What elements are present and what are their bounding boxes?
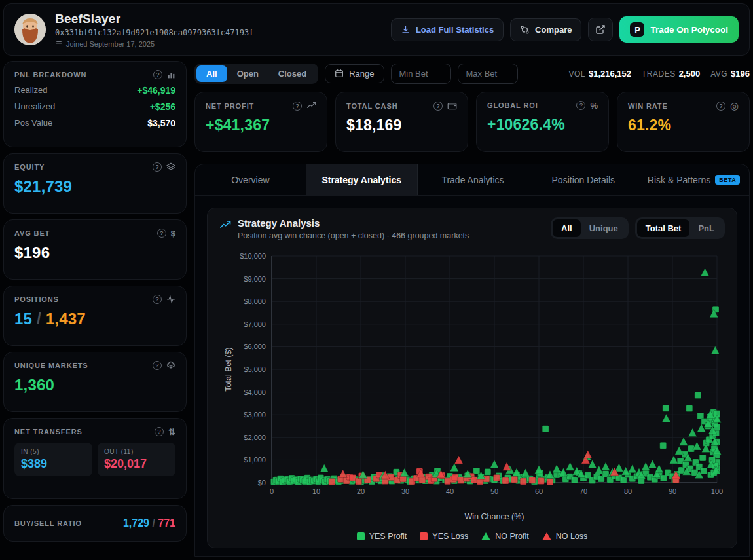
avatar-image: [14, 14, 46, 45]
analytics-tabs: Overview Strategy Analytics Trade Analyt…: [195, 164, 749, 196]
svg-text:$5,000: $5,000: [244, 365, 266, 373]
svg-text:$9,000: $9,000: [244, 275, 266, 283]
svg-text:Total Bet ($): Total Bet ($): [224, 347, 233, 391]
pos-value: $3,570: [147, 118, 175, 128]
pos-value-row: Pos Value $3,570: [14, 118, 175, 128]
bar-chart-icon: [167, 71, 175, 79]
svg-text:$6,000: $6,000: [244, 343, 266, 350]
tab-risk-patterns[interactable]: Risk & Patterns BETA: [638, 164, 749, 195]
max-bet-input[interactable]: [458, 64, 518, 84]
volume-stats: VOL$1,216,152 TRADES2,500 AVG$196: [569, 69, 750, 79]
toggle-unique[interactable]: Unique: [581, 219, 627, 237]
help-icon[interactable]: [153, 70, 162, 79]
legend-yes-profit: YES Profit: [357, 532, 407, 541]
help-icon[interactable]: [716, 102, 725, 111]
toggle-all[interactable]: All: [553, 219, 581, 237]
trade-on-polycool-button[interactable]: P Trade On Polycool: [619, 16, 739, 43]
chart-legend: YES Profit YES Loss NO Profit NO Lo: [219, 532, 725, 541]
tab-position-details[interactable]: Position Details: [528, 164, 638, 195]
svg-text:40: 40: [446, 487, 454, 495]
unique-markets-card: UNIQUE MARKETS 1,360: [3, 352, 187, 412]
net-transfers-card: NET TRANSFERS IN (5) $389 OUT (11) $20,0…: [3, 418, 187, 499]
help-icon[interactable]: [433, 102, 443, 111]
svg-text:$8,000: $8,000: [244, 297, 266, 305]
net-profit-value: +$41,367: [206, 117, 316, 134]
chart-title: Strategy Analysis: [238, 217, 469, 229]
help-icon[interactable]: [576, 101, 585, 110]
open-positions: 15: [14, 310, 32, 327]
svg-text:$0: $0: [258, 479, 266, 487]
profile-header: BeefSlayer 0x331bf91c132af9d921e1908ca09…: [3, 3, 750, 56]
svg-text:$2,000: $2,000: [244, 434, 266, 441]
total-positions: 1,437: [46, 310, 86, 327]
load-full-statistics-button[interactable]: Load Full Statistics: [391, 18, 504, 41]
scope-toggle: All Unique: [551, 217, 629, 239]
scatter-chart-area[interactable]: $0$1,000$2,000$3,000$4,000$5,000$6,000$7…: [219, 247, 725, 531]
compare-icon: [520, 25, 530, 35]
analytics-panel: Overview Strategy Analytics Trade Analyt…: [194, 164, 750, 557]
polycool-logo: P: [630, 22, 644, 37]
filter-bar: All Open Closed Range VOL$1,216,152 TRAD…: [194, 62, 750, 84]
trend-up-icon: [219, 219, 231, 231]
metric-toggle: Total Bet PnL: [635, 217, 725, 239]
positions-value: 15 / 1,437: [14, 310, 175, 328]
svg-text:50: 50: [490, 487, 498, 495]
svg-text:$3,000: $3,000: [244, 411, 266, 419]
external-link-icon: [595, 24, 606, 35]
buy-count: 1,729: [123, 517, 149, 529]
profile-name: BeefSlayer: [55, 12, 253, 26]
svg-text:0: 0: [270, 487, 274, 495]
pnl-breakdown-card: PNL BREAKDOWN Realized +$46,919 Unrealiz…: [3, 61, 187, 147]
pnl-breakdown-title: PNL BREAKDOWN: [14, 71, 86, 79]
svg-text:$10,000: $10,000: [240, 252, 266, 260]
svg-text:100: 100: [711, 487, 723, 495]
help-icon[interactable]: [293, 102, 302, 111]
strategy-scatter-chart[interactable]: $0$1,000$2,000$3,000$4,000$5,000$6,000$7…: [219, 247, 725, 529]
stat-cards-row: NET PROFIT +$41,367 TOTAL CASH $18,16: [194, 92, 750, 152]
strategy-analysis-card: Strategy Analysis Position avg win chanc…: [207, 208, 737, 548]
calendar-icon: [335, 69, 344, 78]
wallet-address: 0x331bf91c132af9d921e1908ca0979363fc4719…: [55, 28, 253, 37]
tab-overview[interactable]: Overview: [195, 164, 306, 195]
no-profit-marker-icon: [481, 532, 490, 540]
help-icon[interactable]: [153, 295, 162, 304]
positions-card: POSITIONS 15 / 1,437: [3, 286, 187, 346]
legend-yes-loss: YES Loss: [420, 532, 468, 541]
avg-bet-value: $196: [14, 244, 175, 262]
global-roi-value: +10626.4%: [487, 116, 598, 134]
joined-date: Joined September 17, 2025: [66, 40, 155, 48]
tab-strategy-analytics[interactable]: Strategy Analytics: [306, 164, 418, 195]
unique-markets-value: 1,360: [14, 376, 175, 394]
filter-closed[interactable]: Closed: [268, 65, 316, 82]
svg-text:$4,000: $4,000: [244, 388, 266, 396]
legend-no-profit: NO Profit: [481, 532, 528, 541]
dollar-icon: [171, 229, 175, 238]
svg-text:60: 60: [535, 487, 543, 495]
svg-text:10: 10: [312, 487, 320, 495]
toggle-total-bet[interactable]: Total Bet: [637, 219, 690, 237]
external-link-button[interactable]: [588, 18, 613, 41]
help-icon[interactable]: [155, 427, 164, 436]
stats-sidebar: PNL BREAKDOWN Realized +$46,919 Unrealiz…: [3, 61, 187, 542]
filter-all[interactable]: All: [196, 65, 227, 82]
global-roi-card: GLOBAL ROI +10626.4%: [476, 92, 609, 152]
tab-trade-analytics[interactable]: Trade Analytics: [418, 164, 528, 195]
help-icon[interactable]: [157, 229, 166, 238]
svg-text:80: 80: [624, 487, 632, 495]
svg-text:$7,000: $7,000: [244, 320, 266, 328]
equity-value: $21,739: [14, 177, 175, 196]
compare-button[interactable]: Compare: [510, 18, 581, 41]
min-bet-input[interactable]: [391, 64, 451, 84]
equity-card: EQUITY $21,739: [3, 153, 187, 214]
svg-text:$1,000: $1,000: [244, 456, 266, 464]
transfers-in-box: IN (5) $389: [14, 443, 92, 476]
transfers-out-box: OUT (11) $20,017: [98, 443, 175, 476]
toggle-pnl[interactable]: PnL: [689, 219, 723, 237]
help-icon[interactable]: [153, 162, 162, 172]
filter-open[interactable]: Open: [227, 65, 268, 82]
legend-no-loss: NO Loss: [542, 532, 588, 541]
svg-text:90: 90: [669, 487, 676, 495]
date-range-button[interactable]: Range: [325, 64, 384, 83]
trades-value: 2,500: [679, 69, 701, 79]
help-icon[interactable]: [153, 361, 162, 370]
